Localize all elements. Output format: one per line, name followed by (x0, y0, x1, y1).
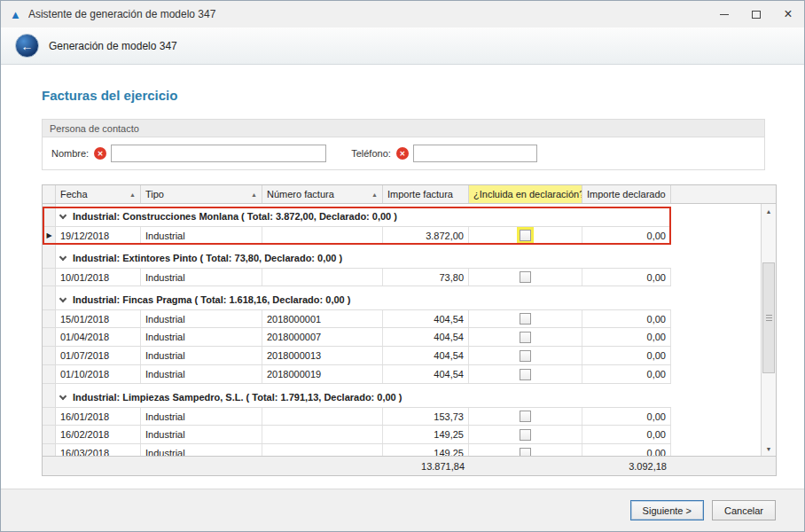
scroll-up-icon[interactable]: ▲ (762, 204, 776, 218)
invoice-row[interactable]: 15/01/2018Industrial2018000001404,540,00 (43, 309, 671, 328)
incluida-checkbox[interactable] (520, 369, 531, 380)
row-indicator-cell (43, 310, 56, 327)
invoice-row[interactable]: 01/10/2018Industrial2018000019404,540,00 (43, 365, 671, 384)
maximize-button[interactable] (740, 1, 772, 27)
scrollbar-track[interactable] (762, 218, 776, 442)
invoice-row[interactable]: 01/07/2018Industrial2018000013404,540,00 (43, 347, 671, 365)
vertical-scrollbar[interactable]: ▲ ▼ (761, 204, 776, 456)
maximize-icon (752, 11, 761, 19)
close-button[interactable]: × (772, 1, 804, 27)
column-header-label: ¿Incluida en declaración? (473, 189, 582, 200)
scrollbar-grip-icon (766, 315, 772, 322)
sort-asc-icon: ▲ (127, 192, 136, 198)
checkbox-highlight (517, 329, 534, 346)
column-header-fecha[interactable]: Fecha▲ (56, 185, 141, 203)
checkbox-highlight (517, 408, 534, 425)
row-indicator-cell (43, 444, 56, 456)
column-header-label: Número factura (267, 189, 334, 200)
cell-importe-factura: 3.872,00 (383, 227, 469, 244)
incluida-checkbox[interactable] (520, 350, 531, 362)
column-header-filler (671, 185, 776, 203)
nombre-input[interactable] (111, 145, 326, 162)
invoice-row[interactable]: 16/01/2018Industrial153,730,00 (43, 407, 671, 426)
cell-importe-declarado: 0,00 (582, 328, 671, 346)
invoice-group: Industrial: Limpiezas Sampedro, S.L. ( T… (43, 387, 671, 456)
checkbox-highlight (517, 348, 534, 364)
cell-incluida-en-declaracion (469, 347, 582, 364)
column-header-label: Importe declarado (587, 189, 666, 200)
cell-fecha: 15/01/2018 (56, 310, 141, 327)
cell-fecha: 01/07/2018 (56, 347, 141, 364)
cell-numero-factura (262, 426, 383, 443)
window-controls: × (708, 1, 804, 27)
invoice-row[interactable]: ▶19/12/2018Industrial3.872,000,00 (43, 226, 671, 245)
invoice-row[interactable]: 01/04/2018Industrial2018000007404,540,00 (43, 328, 671, 347)
column-header-label: Tipo (145, 189, 164, 200)
grid-footer-row: 13.871,84 3.092,18 (43, 456, 776, 475)
cell-importe-declarado: 0,00 (582, 365, 671, 383)
back-button[interactable]: ← (15, 34, 39, 58)
incluida-checkbox[interactable] (520, 429, 531, 441)
cell-numero-factura (262, 444, 383, 456)
minimize-button[interactable] (708, 1, 740, 27)
column-header-incluida-en-declaraci-n[interactable]: ¿Incluida en declaración? (469, 185, 582, 203)
cell-numero-factura (262, 269, 383, 286)
invoice-group: Industrial: Fincas Pragma ( Total: 1.618… (43, 290, 671, 384)
group-header[interactable]: Industrial: Limpiezas Sampedro, S.L. ( T… (43, 387, 671, 407)
siguiente-button[interactable]: Siguiente > (630, 500, 704, 520)
cell-importe-factura: 73,80 (383, 269, 469, 286)
group-label: Industrial: Extintores Pinto ( Total: 73… (73, 253, 342, 263)
group-header[interactable]: Industrial: Extintores Pinto ( Total: 73… (43, 248, 671, 268)
cell-numero-factura: 2018000019 (262, 365, 383, 383)
row-indicator-cell (43, 328, 56, 346)
telefono-error-icon: ✕ (396, 147, 409, 160)
invoices-grid: Fecha▲Tipo▲Número factura▲Importe factur… (42, 184, 777, 476)
cell-fecha: 16/03/2018 (56, 444, 141, 456)
incluida-checkbox[interactable] (520, 448, 531, 457)
cell-fecha: 01/04/2018 (56, 328, 141, 346)
incluida-checkbox[interactable] (520, 332, 531, 343)
checkbox-highlight (517, 426, 534, 443)
checkbox-highlight (517, 310, 534, 327)
invoice-row[interactable]: 10/01/2018Industrial73,800,00 (43, 268, 671, 286)
invoice-row[interactable]: 16/02/2018Industrial149,250,00 (43, 426, 671, 444)
collapse-chevron-icon (59, 294, 66, 301)
telefono-label: Teléfono: (351, 148, 391, 159)
cell-importe-factura: 149,25 (383, 426, 469, 443)
cell-tipo: Industrial (141, 269, 262, 286)
cell-incluida-en-declaracion (469, 426, 582, 443)
cell-incluida-en-declaracion (469, 444, 582, 456)
invoice-row[interactable]: 16/03/2018Industrial149,250,00 (43, 444, 671, 456)
scroll-down-icon[interactable]: ▼ (762, 442, 776, 456)
column-header-n-mero-factura[interactable]: Número factura▲ (262, 185, 383, 203)
contact-groupbox-title: Persona de contacto (43, 120, 764, 137)
row-indicator-column-header (43, 185, 56, 203)
app-logo-icon: ▲ (10, 9, 21, 20)
group-header[interactable]: Industrial: Fincas Pragma ( Total: 1.618… (43, 290, 671, 309)
group-header[interactable]: Industrial: Construcciones Monlana ( Tot… (43, 207, 671, 226)
contact-groupbox: Persona de contacto Nombre: ✕ Teléfono: … (42, 119, 765, 170)
cancelar-button[interactable]: Cancelar (712, 500, 776, 520)
incluida-checkbox[interactable] (520, 271, 531, 283)
checkbox-highlight (517, 445, 534, 457)
scrollbar-thumb[interactable] (762, 262, 775, 373)
column-header-tipo[interactable]: Tipo▲ (141, 185, 262, 203)
wizard-window: ▲ Asistente de generación de modelo 347 … (0, 0, 805, 532)
nombre-label: Nombre: (51, 148, 89, 159)
column-header-label: Fecha (60, 189, 88, 200)
cell-tipo: Industrial (141, 227, 262, 244)
titlebar: ▲ Asistente de generación de modelo 347 … (1, 1, 804, 27)
incluida-checkbox[interactable] (520, 230, 531, 241)
incluida-checkbox[interactable] (520, 411, 531, 422)
cell-tipo: Industrial (141, 408, 262, 425)
column-header-importe-declarado[interactable]: Importe declarado (582, 185, 671, 203)
cell-tipo: Industrial (141, 310, 262, 327)
incluida-checkbox[interactable] (520, 313, 531, 325)
back-arrow-icon: ← (21, 39, 34, 53)
cell-incluida-en-declaracion (469, 227, 582, 244)
group-label: Industrial: Construcciones Monlana ( Tot… (73, 211, 397, 222)
content-area: Facturas del ejercicio Persona de contac… (1, 65, 804, 489)
column-header-importe-factura[interactable]: Importe factura (383, 185, 469, 203)
telefono-input[interactable] (413, 145, 537, 162)
minimize-icon (720, 14, 729, 15)
